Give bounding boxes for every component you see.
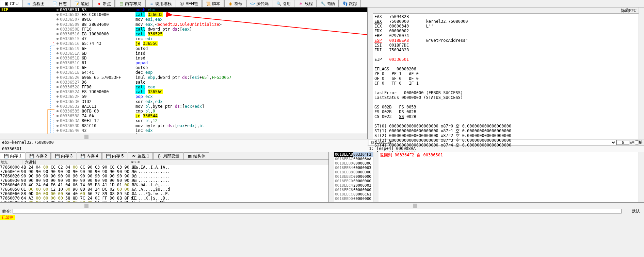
dump-tab[interactable]: ▦结构体 [183,152,209,159]
dump-icon: {} [157,154,162,158]
register-row[interactable]: EDX 00000002 [374,29,637,33]
disasm-row[interactable]: 0033653580FB 00cmp bl,0 [0,109,367,114]
col-ascii: ASCII [131,160,141,165]
register-row[interactable]: EDI 7509482B [374,48,637,52]
disasm-row[interactable]: 00336527D6salc [0,80,367,85]
stack-row[interactable]: 0018EECC08006C61 [334,192,373,196]
hscroll-dump[interactable] [0,203,329,208]
resolve-label: 解 [639,140,643,145]
disasm-row[interactable]: 0033651A6Dinsd [0,51,367,56]
tab-callstack[interactable]: ≡调用堆栈 [145,0,175,7]
dump-tab[interactable]: 💾内存 3 [51,152,76,159]
disasm-row[interactable]: 003365328A1C11mov bl,byte ptr ds:[ecx+ed… [0,104,367,109]
regs-body[interactable]: EAX 7509482B EBX 75080000 kernel32.75080… [373,14,639,148]
stack-row[interactable]: 0018EEA8003364F2 [334,152,373,157]
disasm-row[interactable]: 00336528FFD0call eax [0,85,367,89]
stack-row[interactable]: 0018EED000000000 [334,196,373,201]
tab-breakpoint[interactable]: ●断点 [93,0,115,7]
tab-handle[interactable]: 🔧句柄 [317,0,339,7]
tab-flow[interactable]: ⎌流程图 [22,0,48,7]
disasm-row[interactable]: 0033651547inc edi [0,36,367,41]
stack-pane[interactable]: 0018EEA8003364F20018EEAC000008AA0018EEB0… [334,152,373,202]
call-arg-row[interactable]: 2: [esp+8] 0000030C [369,151,643,152]
disasm-row[interactable]: 00336520696E 65 570053FFimul ebp,dword p… [0,75,367,80]
info-addr: 00336501 [2,147,366,151]
tab-trace[interactable]: 👣跟踪 [339,0,361,7]
vscroll-regs[interactable] [639,7,644,139]
stack-row[interactable]: 0018EEC000000000 [334,179,373,183]
dump-tab[interactable]: 💾内存 5 [102,152,127,159]
disasm-body[interactable]: EIP 0033650153push ebx00336502E8 CC01000… [0,7,367,134]
stack-row[interactable]: 0018EEAC000008AA [334,157,373,161]
disasm-row[interactable]: 0033651D6Eoutsb [0,65,367,70]
disasm-row[interactable]: 0033654042inc edx [0,128,367,133]
vscroll-ret[interactable] [639,152,644,202]
disasm-row[interactable]: 0033653031D2xor edx,edx [0,99,367,104]
info-strip: ebx=kernel32.75080000 00336501 [0,139,368,152]
disasm-row[interactable]: 0033653D881C10mov byte ptr ds:[eax+edx],… [0,123,367,128]
register-row[interactable]: ESP 0018EEA8 &"GetProcAddress" [374,38,637,43]
tab-label: 跟踪 [349,1,357,7]
return-info: 返回到 003364F2 自 00336501 [379,152,639,158]
vscroll-stack[interactable] [373,152,379,202]
tab-seh[interactable]: ⓢSEH链 [176,0,202,7]
stack-row[interactable]: 0018EEBC00000000 [334,174,373,179]
tab-cpu[interactable]: ▣CPU [0,0,22,7]
dump-tab[interactable]: 💾内存 2 [26,152,51,159]
disasm-row[interactable]: 00336510E8 10000000call 336525 [0,32,367,36]
tab-symbols[interactable]: ◉符号 [224,0,246,7]
disasm-row[interactable]: 0033652AE8 7D000000call 3365AC [0,89,367,94]
hscroll-disasm[interactable] [0,134,367,139]
stack-row[interactable]: 0018EEC420000003 [334,183,373,188]
dump-tab[interactable]: 👁监视 1 [128,152,153,159]
dump-row[interactable]: 7766008002 00 00 64 89 0D 00 00 00 00 6A… [0,201,328,202]
disasm-row[interactable]: 0033653A80F3 12xor bl,12 [0,118,367,123]
disasm-row[interactable]: ˅0033653874 0Aje 336544 [0,114,367,118]
tab-label: 脚本 [212,1,220,7]
register-row[interactable]: EAX 7509482B [374,14,637,19]
tab-script[interactable]: 📜脚本 [202,0,224,7]
status-paused: 已暂停 [0,215,15,220]
dump-icon: 💾 [80,154,85,158]
hscroll-stack[interactable] [329,203,644,208]
disasm-row[interactable]: 0033651C61popad [0,61,367,65]
disasm-row[interactable]: 0033651E64:4Cdec esp [0,70,367,75]
src-icon: <> [250,1,255,6]
regs-title[interactable]: 隐藏FPU [373,7,639,14]
dump-tab[interactable]: 💾内存 4 [77,152,102,159]
stack-row[interactable]: 0018EEB00000030C [334,161,373,166]
dump-tab[interactable]: {}局部变量 [153,152,183,159]
disasm-row[interactable]: 00336509B8 286B4600mov eax,<eqnedt32.&Ol… [0,22,367,27]
tab-thread[interactable]: ✱线程 [295,0,317,7]
tab-memlayout[interactable]: ▤内存布局 [115,0,145,7]
tab-note[interactable]: 📝笔记 [71,0,93,7]
memlay-icon: ▤ [119,1,124,6]
disasm-row[interactable]: ˅0033651665:74 43je 33655C [0,41,367,46]
dump-body[interactable]: 776600004B 24 04 00 CC C2 04 00 CC 90 C3… [0,165,328,202]
disasm-row[interactable]: 0033650EFF10call dword ptr ds:[eax] [0,27,367,32]
register-row[interactable]: EBX 75080000 kernel32.75080000 [374,19,637,24]
tab-label: 线程 [305,1,313,7]
register-row[interactable]: ESI 0018F7DC [374,43,637,48]
register-row[interactable]: ECX 00000340 L'' [374,24,637,29]
tab-log[interactable]: 📄日志 [49,0,70,7]
stack-row[interactable]: 0018EEC800000000 [334,188,373,192]
register-row[interactable]: EBP 02970074 [374,33,637,38]
command-input[interactable] [13,209,622,213]
vscroll-disasm[interactable] [368,7,373,139]
stack-row[interactable]: 0018EEB800000000 [334,170,373,174]
stack-row[interactable]: 0018EEB400000003 [334,166,373,170]
disasm-row[interactable]: 0033651B6Dinsd [0,56,367,61]
disasm-row[interactable]: 00336502E8 CC010000call 3366D3 [0,12,367,17]
tab-ref[interactable]: 🔍引用 [273,0,294,7]
vscroll-dump[interactable] [329,152,334,202]
dump-icon: 👁 [131,154,136,158]
disasm-pane: EIP 0033650153push ebx00336502E8 CC01000… [0,7,368,139]
disasm-row[interactable]: 003365196Foutsd [0,46,367,51]
dump-tab[interactable]: 💾内存 1 [0,152,25,159]
disasm-row[interactable]: 0033650789C6mov esi,eax [0,17,367,22]
disasm-row[interactable]: 0033650153push ebx [0,7,367,12]
disasm-row[interactable]: 0033652F59pop ecx [0,94,367,99]
tab-source[interactable]: <>源代码 [246,0,272,7]
tab-label: 断点 [103,1,111,7]
